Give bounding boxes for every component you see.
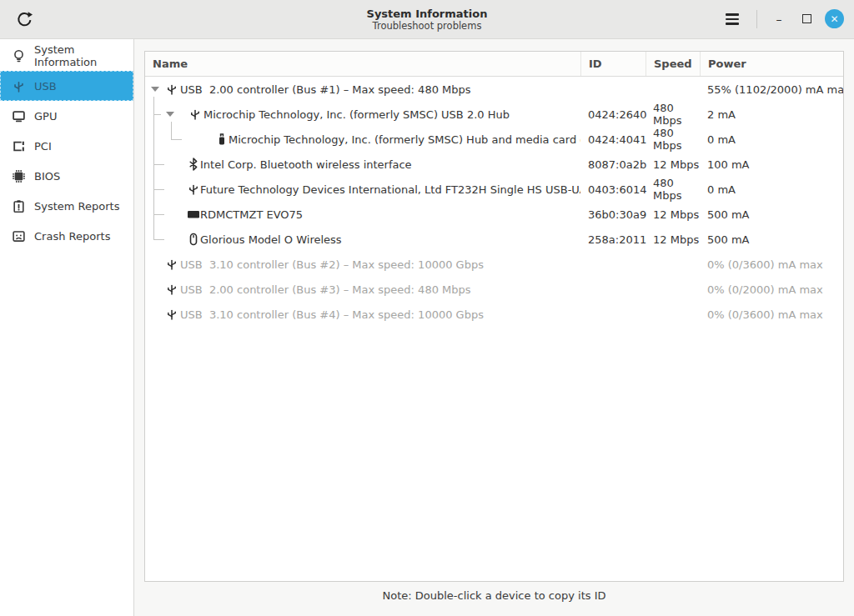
sidebar-item-pci[interactable]: PCI [0, 131, 133, 161]
device-table: Name ID Speed Power USB 2.00 controller … [144, 51, 844, 582]
refresh-icon [16, 11, 33, 28]
usb-icon [188, 108, 202, 121]
usb-icon [165, 83, 178, 96]
table-body: USB 2.00 controller (Bus #1) – Max speed… [145, 77, 843, 581]
mouse-icon [187, 233, 200, 246]
chip-icon [12, 169, 26, 183]
pci-card-icon [12, 139, 26, 153]
table-row[interactable]: Microchip Technology, Inc. (formerly SMS… [145, 127, 843, 152]
titlebar: System Information Troubleshoot problems… [0, 0, 854, 39]
keyboard-icon [187, 208, 200, 221]
window-subtitle: Troubleshoot problems [373, 20, 482, 32]
expander-icon[interactable] [166, 112, 174, 117]
sidebar-item-usb[interactable]: USB [0, 71, 133, 101]
crash-face-icon [12, 229, 26, 243]
usb-icon [187, 183, 200, 196]
lightbulb-icon [12, 49, 26, 63]
sidebar-item-label: Crash Reports [34, 230, 110, 243]
maximize-button[interactable] [797, 10, 816, 28]
monitor-icon [12, 109, 26, 123]
menu-button[interactable] [721, 8, 744, 29]
table-row[interactable]: USB 2.00 controller (Bus #1) – Max speed… [145, 77, 843, 102]
table-header: Name ID Speed Power [145, 52, 843, 77]
sidebar-item-bios[interactable]: BIOS [0, 161, 133, 191]
sidebar-item-label: GPU [34, 110, 57, 123]
content-area: Name ID Speed Power USB 2.00 controller … [134, 39, 854, 616]
column-header-name[interactable]: Name [145, 52, 580, 76]
usb-icon [12, 79, 26, 93]
sidebar-item-gpu[interactable]: GPU [0, 101, 133, 131]
footer-note: Note: Double-click a device to copy its … [134, 582, 854, 616]
sidebar-item-label: BIOS [34, 170, 60, 183]
column-header-id[interactable]: ID [580, 52, 646, 76]
sidebar-item-label: System Information [34, 43, 133, 68]
table-row[interactable]: Microchip Technology, Inc. (formerly SMS… [145, 102, 843, 127]
close-button[interactable]: ✕ [825, 9, 844, 28]
window-title: System Information [367, 8, 488, 20]
sidebar-item-label: PCI [34, 140, 52, 153]
maximize-icon [802, 14, 811, 23]
expander-icon[interactable] [151, 87, 159, 92]
sidebar: System Information USB GPU PCI [0, 39, 134, 616]
usb-icon [165, 283, 178, 296]
minimize-button[interactable]: – [770, 10, 788, 28]
column-header-power[interactable]: Power [700, 52, 843, 76]
sidebar-item-system-information[interactable]: System Information [0, 41, 133, 71]
table-row[interactable]: RDMCTMZT EVO75 36b0:30a9 12 Mbps 500 mA [145, 202, 843, 227]
app-window: System Information Troubleshoot problems… [0, 0, 854, 616]
table-row[interactable]: USB 3.10 controller (Bus #4) – Max speed… [145, 302, 843, 327]
titlebar-separator [756, 10, 757, 28]
table-row[interactable]: USB 3.10 controller (Bus #2) – Max speed… [145, 252, 843, 277]
column-header-speed[interactable]: Speed [646, 52, 700, 76]
refresh-button[interactable] [12, 7, 37, 32]
clipboard-report-icon [12, 199, 26, 213]
bluetooth-icon [187, 158, 200, 171]
sidebar-item-crash-reports[interactable]: Crash Reports [0, 221, 133, 251]
sidebar-item-label: USB [34, 80, 57, 93]
table-row[interactable]: USB 2.00 controller (Bus #3) – Max speed… [145, 277, 843, 302]
usb-icon [165, 258, 178, 271]
usb-icon [165, 308, 178, 321]
sidebar-item-label: System Reports [34, 200, 119, 213]
hamburger-icon [726, 13, 739, 15]
table-row[interactable]: Glorious Model O Wireless 258a:2011 12 M… [145, 227, 843, 252]
flash-drive-icon [215, 133, 229, 146]
sidebar-item-system-reports[interactable]: System Reports [0, 191, 133, 221]
table-row[interactable]: Future Technology Devices International,… [145, 177, 843, 202]
table-row[interactable]: Intel Corp. Bluetooth wireless interface… [145, 152, 843, 177]
